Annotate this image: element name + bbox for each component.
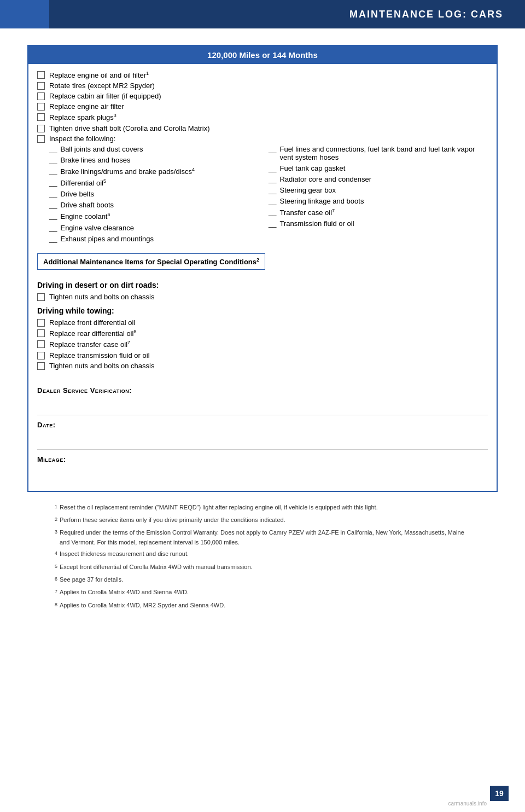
conditions-title: Additional Maintenance Items for Special… [43, 258, 259, 266]
inspect-item: __ Exhaust pipes and mountings [49, 235, 263, 243]
footnote-num: 2 [55, 515, 57, 526]
checkbox[interactable] [37, 135, 45, 143]
conditions-box: Additional Maintenance Items for Special… [37, 253, 265, 270]
checkbox[interactable] [37, 352, 45, 359]
item-text: Tighten nuts and bolts on chassis [49, 293, 154, 301]
card-body: Replace engine oil and oil filter1 Rotat… [28, 64, 497, 491]
inspect-item: __ Transmission fluid or oil [269, 219, 482, 228]
inspect-item: __ Differential oil5 [49, 178, 263, 187]
page-header: Maintenance Log: Cars [0, 0, 525, 28]
footnote-num: 7 [55, 588, 57, 598]
list-item[interactable]: Inspect the following: [37, 135, 488, 143]
inspect-item-text: Exhaust pipes and mountings [60, 235, 154, 243]
footnote-text: Applies to Corolla Matrix 4WD and Sienna… [60, 588, 189, 598]
list-item[interactable]: Replace transmission fluid or oil [37, 351, 488, 359]
checkbox[interactable] [37, 293, 45, 301]
list-item[interactable]: Replace engine air filter [37, 102, 488, 111]
item-text: Replace engine oil and oil filter1 [49, 71, 149, 79]
item-text: Replace cabin air filter (if equipped) [49, 92, 161, 100]
checkbox[interactable] [37, 92, 45, 100]
checkbox[interactable] [37, 113, 45, 121]
inspect-item-text: Engine coolant6 [60, 212, 110, 221]
subsection-heading-desert: Driving in desert or on dirt roads: [37, 281, 488, 289]
inspect-item-text: Brake linings/drums and brake pads/discs… [60, 167, 195, 176]
inspect-columns: __ Ball joints and dust covers __ Brake … [49, 145, 488, 246]
footnote-num: 4 [55, 549, 57, 560]
item-text: Inspect the following: [49, 135, 115, 143]
inspect-col-right: __ Fuel lines and connections, fuel tank… [269, 145, 488, 246]
dealer-verification-label: Dealer Service Verification: [37, 386, 488, 395]
inspect-item: __ Brake linings/drums and brake pads/di… [49, 167, 263, 176]
list-item[interactable]: Replace transfer case oil7 [37, 340, 488, 349]
footnote-num: 8 [55, 601, 57, 611]
footnote-num: 3 [55, 528, 57, 538]
item-text: Replace rear differential oil8 [49, 329, 136, 338]
item-text: Replace engine air filter [49, 102, 124, 111]
footnote-num: 6 [55, 575, 57, 585]
maintenance-card: 120,000 Miles or 144 Months Replace engi… [27, 45, 498, 492]
footnote-text: Except front differential of Corolla Mat… [60, 562, 253, 572]
checkbox[interactable] [37, 71, 45, 79]
checkbox[interactable] [37, 82, 45, 90]
item-text: Replace transmission fluid or oil [49, 351, 150, 359]
inspect-item: __ Drive shaft boots [49, 201, 263, 209]
inspect-item: __ Engine valve clearance [49, 224, 263, 232]
footnote-text: Inspect thickness measurement and disc r… [60, 549, 189, 559]
header-accent [0, 0, 49, 28]
checkbox[interactable] [37, 340, 45, 348]
page-number: 19 [490, 786, 509, 801]
inspect-item-text: Engine valve clearance [60, 224, 133, 232]
list-item[interactable]: Replace rear differential oil8 [37, 329, 488, 338]
inspect-item-text: Drive belts [60, 190, 94, 198]
inspect-item-text: Ball joints and dust covers [60, 145, 143, 153]
inspect-item: __ Fuel tank cap gasket [269, 164, 482, 172]
inspect-item-text: Steering linkage and boots [279, 197, 364, 205]
subsection-heading-towing: Driving while towing: [37, 306, 488, 315]
item-text: Tighten drive shaft bolt (Corolla and Co… [49, 124, 210, 132]
checkbox[interactable] [37, 125, 45, 132]
list-item[interactable]: Rotate tires (except MR2 Spyder) [37, 82, 488, 90]
checkbox[interactable] [37, 319, 45, 327]
inspect-item: __ Transfer case oil7 [269, 208, 482, 217]
inspect-item-text: Radiator core and condenser [279, 175, 371, 183]
verification-section: Dealer Service Verification: Date: Milea… [37, 381, 488, 484]
footnote-text: Required under the terms of the Emission… [60, 528, 470, 547]
footnote-6: 6 See page 37 for details. [55, 575, 470, 585]
list-item[interactable]: Tighten nuts and bolts on chassis [37, 293, 488, 301]
footnote-text: Reset the oil replacement reminder ("MAI… [60, 503, 378, 513]
inspect-item-text: Steering gear box [279, 186, 336, 194]
list-item[interactable]: Replace engine oil and oil filter1 [37, 71, 488, 79]
list-item[interactable]: Tighten drive shaft bolt (Corolla and Co… [37, 124, 488, 132]
item-text: Tighten nuts and bolts on chassis [49, 362, 154, 370]
additional-conditions-wrapper: Additional Maintenance Items for Special… [37, 253, 488, 370]
list-item[interactable]: Replace cabin air filter (if equipped) [37, 92, 488, 100]
inspect-item: __ Ball joints and dust covers [49, 145, 263, 153]
inspect-item-text: Transmission fluid or oil [279, 219, 354, 228]
list-item[interactable]: Replace spark plugs3 [37, 113, 488, 121]
item-text: Replace spark plugs3 [49, 113, 116, 121]
item-text: Replace transfer case oil7 [49, 340, 130, 349]
main-content: 120,000 Miles or 144 Months Replace engi… [0, 28, 525, 624]
card-header: 120,000 Miles or 144 Months [28, 46, 497, 64]
checkbox[interactable] [37, 362, 45, 370]
date-label: Date: [37, 421, 488, 429]
inspect-item-text: Fuel lines and connections, fuel tank ba… [279, 145, 482, 161]
list-item[interactable]: Tighten nuts and bolts on chassis [37, 362, 488, 370]
item-text: Replace front differential oil [49, 318, 135, 327]
checkbox[interactable] [37, 103, 45, 111]
footnotes-section: 1 Reset the oil replacement reminder ("M… [27, 503, 498, 611]
mileage-label: Mileage: [37, 455, 488, 463]
footnote-num: 1 [55, 503, 57, 513]
footnote-2: 2 Perform these service items only if yo… [55, 515, 470, 526]
footnote-7: 7 Applies to Corolla Matrix 4WD and Sien… [55, 588, 470, 598]
inspect-item: __ Steering gear box [269, 186, 482, 194]
inspect-item: __ Fuel lines and connections, fuel tank… [269, 145, 482, 161]
footnote-text: See page 37 for details. [60, 575, 123, 585]
list-item[interactable]: Replace front differential oil [37, 318, 488, 327]
checkbox[interactable] [37, 329, 45, 337]
item-text: Rotate tires (except MR2 Spyder) [49, 82, 155, 90]
footnote-1: 1 Reset the oil replacement reminder ("M… [55, 503, 470, 513]
inspect-item: __ Engine coolant6 [49, 212, 263, 221]
page-title: Maintenance Log: Cars [349, 9, 503, 20]
inspect-item-text: Drive shaft boots [60, 201, 114, 209]
